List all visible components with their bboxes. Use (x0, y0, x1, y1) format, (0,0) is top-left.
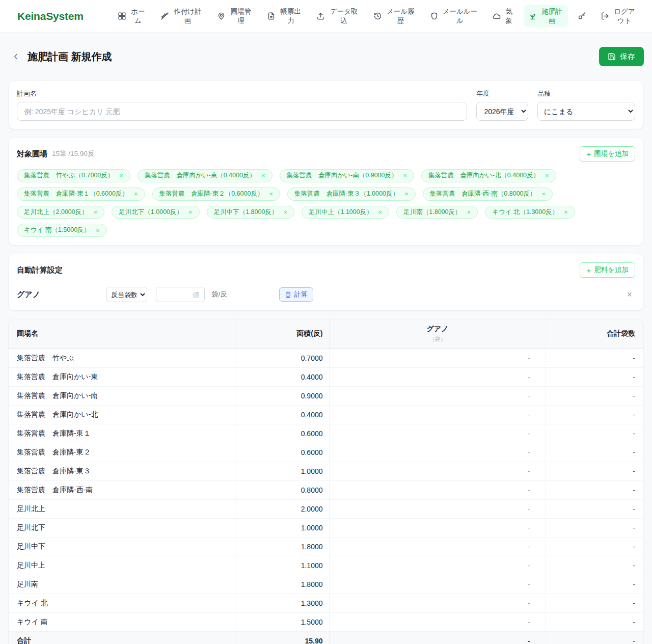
table-row: 集落営農 倉庫隣-東１0.6000-- (9, 424, 643, 443)
nav-item-weather[interactable]: 気象 (487, 5, 519, 28)
field-tag: 集落営農 倉庫隣-東１（0.6000反）× (17, 187, 145, 201)
target-fields-card: 対象圃場 15筆 /15.90反 + 圃場を追加 集落営農 竹やぶ（0.7000… (8, 138, 644, 246)
cell-fertilizer: - (329, 386, 546, 405)
nav-item-cropping-plan[interactable]: 作付け計画 (156, 5, 207, 28)
cell-total: - (546, 575, 643, 594)
cell-field-name: 足川北上 (9, 499, 236, 518)
plan-form-card: 計画名 年度 2026年度 品種 にこまる (8, 81, 644, 129)
remove-field-icon[interactable]: × (564, 209, 568, 216)
field-tag: 集落営農 倉庫隣-東２（0.6000反）× (152, 187, 281, 201)
variety-label: 品種 (537, 89, 635, 98)
column-header-fertilizer-name: グアノ (330, 325, 546, 334)
add-field-button[interactable]: + 圃場を追加 (580, 146, 635, 162)
key-icon (578, 12, 586, 20)
cell-area: 0.6000 (236, 443, 329, 462)
nav-label: メール履歴 (386, 7, 416, 25)
table-row: 足川中下1.8000-- (9, 537, 643, 556)
cell-field-name: キウイ 北 (9, 594, 236, 612)
cell-field-name: 足川中下 (9, 537, 236, 556)
cell-field-name: 集落営農 倉庫隣-東２ (9, 443, 236, 462)
remove-field-icon[interactable]: × (403, 172, 407, 179)
year-select[interactable]: 2026年度 (476, 102, 528, 121)
cell-field-name: 集落営農 倉庫向かい-北 (9, 405, 236, 424)
nav-item-data-import[interactable]: データ取込 (312, 5, 363, 28)
brand-logo[interactable]: KeinaSystem (17, 10, 84, 22)
wheat-icon (160, 12, 169, 20)
nav-item-report-output[interactable]: 帳票出力 (262, 5, 307, 28)
plan-name-input[interactable] (17, 102, 467, 121)
table-row: 集落営農 倉庫隣-東２0.6000-- (9, 443, 643, 462)
nav-item-mail-rules[interactable]: メールルール (425, 5, 482, 28)
table-row: 足川中上1.1000-- (9, 556, 643, 575)
calculate-button[interactable]: 計算 (279, 287, 313, 302)
nav-label: データ取込 (329, 7, 359, 25)
remove-field-icon[interactable]: × (134, 191, 138, 197)
field-tag: キウイ 北（1.3000反）× (485, 206, 575, 219)
back-button[interactable] (11, 52, 20, 61)
table-row: 足川北上2.0000-- (9, 499, 643, 518)
cell-fertilizer: - (329, 518, 546, 537)
table-row: 集落営農 倉庫向かい-北0.4000-- (9, 405, 643, 424)
cell-area: 1.3000 (236, 594, 329, 612)
cell-total: - (546, 405, 643, 424)
field-tag: 集落営農 倉庫隣-西-南（0.8000反）× (423, 187, 553, 201)
cell-fertilizer: - (329, 556, 546, 575)
cell-total: - (546, 480, 643, 499)
cell-fertilizer: - (329, 462, 546, 480)
remove-field-icon[interactable]: × (96, 227, 100, 234)
cell-field-name: 足川南 (9, 575, 236, 594)
cell-field-name: 足川中上 (9, 556, 236, 575)
calc-value-input[interactable] (156, 287, 205, 302)
cell-field-name: キウイ 南 (9, 612, 236, 631)
nav-item-password[interactable] (573, 9, 591, 23)
remove-field-icon[interactable]: × (188, 209, 193, 216)
auto-calc-title: 自動計算設定 (17, 265, 63, 275)
remove-field-icon[interactable]: × (283, 209, 287, 216)
year-label: 年度 (476, 89, 528, 98)
remove-field-icon[interactable]: × (542, 191, 546, 197)
plus-icon: + (586, 266, 591, 274)
plan-name-label: 計画名 (17, 89, 467, 98)
calc-mode-select[interactable]: 反当袋数 (106, 287, 147, 302)
remove-field-icon[interactable]: × (404, 191, 409, 197)
nav-item-fertilization-plan[interactable]: 施肥計画 (524, 5, 568, 28)
add-fertilizer-button[interactable]: + 肥料を追加 (580, 262, 635, 278)
remove-field-icon[interactable]: × (545, 172, 549, 179)
cell-fertilizer: - (329, 424, 546, 443)
field-tag-label: 集落営農 倉庫向かい-南（0.9000反） (287, 172, 398, 179)
cell-total: - (546, 537, 643, 556)
save-button[interactable]: 保存 (599, 47, 644, 66)
cell-fertilizer: - (329, 367, 546, 386)
cell-field-name: 集落営農 竹やぶ (9, 348, 236, 367)
nav-item-home[interactable]: ホーム (113, 5, 151, 28)
field-tag-label: 足川北下（1.0000反） (119, 209, 183, 216)
add-fertilizer-button-label: 肥料を追加 (594, 265, 629, 275)
remove-field-icon[interactable]: × (119, 172, 123, 179)
field-tag-label: キウイ 北（1.3000反） (492, 209, 558, 216)
cell-area: 1.0000 (236, 462, 329, 480)
field-tag-list: 集落営農 竹やぶ（0.7000反）× 集落営農 倉庫向かい-東（0.4000反）… (17, 169, 635, 237)
remove-field-icon[interactable]: × (261, 172, 265, 179)
nav-item-mail-history[interactable]: メール履歴 (369, 5, 420, 28)
nav-item-logout[interactable]: ログアウト (596, 5, 641, 28)
remove-field-icon[interactable]: × (269, 191, 273, 197)
nav-label: 帳票出力 (279, 7, 303, 25)
cell-fertilizer: - (329, 480, 546, 499)
field-tag: 足川南（1.8000反）× (396, 206, 478, 219)
sprout-icon (528, 12, 537, 20)
remove-fertilizer-icon[interactable]: × (627, 290, 632, 299)
remove-field-icon[interactable]: × (378, 209, 383, 216)
remove-field-icon[interactable]: × (94, 209, 98, 216)
cell-field-name: 集落営農 倉庫隣-西-南 (9, 480, 236, 499)
field-tag: 集落営農 倉庫向かい-南（0.9000反）× (280, 169, 415, 182)
remove-field-icon[interactable]: × (467, 209, 471, 216)
variety-select[interactable]: にこまる (537, 102, 635, 121)
cell-area: 0.7000 (236, 348, 329, 367)
cell-area: 1.0000 (236, 518, 329, 537)
field-tag: 集落営農 倉庫向かい-東（0.4000反）× (138, 169, 273, 182)
table-row: キウイ 南1.5000-- (9, 612, 643, 631)
cell-total: - (546, 462, 643, 480)
nav-item-field-management[interactable]: 圃場管理 (212, 5, 257, 28)
table-row: 集落営農 倉庫向かい-南0.9000-- (9, 386, 643, 405)
column-header-field: 圃場名 (9, 319, 236, 348)
